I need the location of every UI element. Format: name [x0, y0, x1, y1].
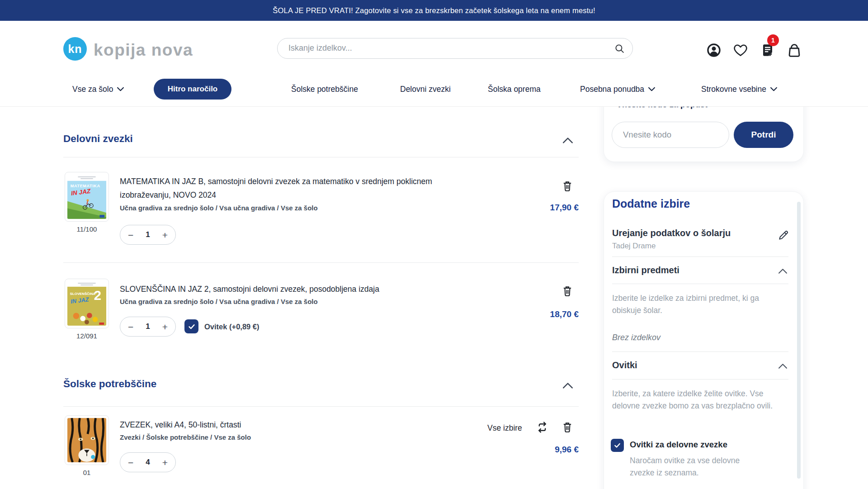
quantity-increase-button[interactable]: + [162, 230, 168, 240]
svg-text:SLOVENŠČINA: SLOVENŠČINA [70, 292, 96, 296]
book-cover-slovenscina-in-jaz-2: SLOVENŠČINA 2 IN JAZ [67, 281, 106, 326]
confirm-code-button[interactable]: Potrdi [734, 122, 793, 148]
nav-label: Šolske potrebščine [291, 85, 358, 94]
nav-label: Šolska oprema [488, 85, 541, 94]
quantity-decrease-button[interactable]: − [128, 458, 133, 467]
product-breadcrumb: Učna gradiva za srednjo šolo / Vsa učna … [120, 204, 318, 212]
wishlist-heart-icon[interactable] [733, 43, 748, 58]
nav-solske-potrebscine[interactable]: Šolske potrebščine [291, 83, 358, 95]
electives-description: Izberite le izdelke za izbirni predmet, … [612, 292, 778, 317]
discount-code-input[interactable] [612, 122, 729, 148]
student-name: Tadej Drame [612, 242, 656, 251]
search-bar [277, 38, 633, 59]
quantity-stepper: − 4 + [120, 452, 176, 472]
product-price: 17,90 € [497, 203, 579, 213]
all-options-link[interactable]: Vse izbire [487, 423, 522, 433]
svg-text:2: 2 [94, 288, 101, 303]
collapse-section-2-button[interactable] [561, 381, 574, 392]
product-title[interactable]: SLOVENŠČINA IN JAZ 2, samostojni delovni… [120, 282, 527, 296]
product-breadcrumb: Učna gradiva za srednjo šolo / Vsa učna … [120, 298, 318, 305]
collapse-electives-button[interactable] [777, 267, 788, 277]
cover-option-label[interactable]: Ovitek (+0,89 €) [204, 323, 259, 331]
quantity-increase-button[interactable]: + [162, 458, 168, 467]
quantity-value: 4 [146, 458, 150, 467]
trash-icon [561, 179, 574, 193]
nav-label: Strokovne vsebine [701, 85, 766, 94]
notebook-cover-tiger [67, 418, 106, 462]
orders-count-badge[interactable]: 1 [767, 34, 779, 46]
product-price: 9,96 € [497, 445, 579, 455]
cover-option-checkbox[interactable] [184, 319, 198, 333]
nav-posebna-ponudba[interactable]: Posebna ponudba [580, 83, 655, 95]
pencil-icon [777, 229, 790, 242]
electives-empty-label: Brez izdelkov [612, 333, 660, 342]
quantity-decrease-button[interactable]: − [128, 230, 133, 240]
divider [612, 284, 788, 284]
product-code: 12/091 [65, 332, 109, 340]
product-code: 01 [65, 469, 109, 476]
nav-strokovne-vsebine[interactable]: Strokovne vsebine [701, 83, 777, 95]
promo-banner: ŠOLA JE PRED VRATI! Zagotovite si vse za… [0, 0, 868, 21]
check-icon [613, 441, 622, 450]
collapse-section-1-button[interactable] [561, 136, 574, 147]
promo-banner-text: ŠOLA JE PRED VRATI! Zagotovite si vse za… [273, 6, 595, 15]
quantity-value: 1 [146, 322, 150, 331]
panel-scrollbar[interactable] [797, 202, 801, 479]
divider [612, 256, 788, 257]
chevron-up-icon [778, 363, 787, 369]
nav-label: Posebna ponudba [580, 85, 644, 94]
covers-description: Izberite, za katere izdelke želite ovitk… [612, 388, 781, 412]
covers-checkbox-label[interactable]: Ovitki za delovne zvezke [630, 440, 727, 450]
section-title-delovni-zvezki: Delovni zvezki [63, 133, 133, 145]
product-thumbnail[interactable]: SLOVENŠČINA 2 IN JAZ [65, 279, 109, 328]
collapse-covers-button[interactable] [777, 362, 788, 372]
nav-hitro-narocilo-button[interactable]: Hitro naročilo [154, 79, 231, 100]
quantity-value: 1 [146, 230, 150, 239]
search-input[interactable] [288, 38, 605, 58]
exchange-arrows-icon [536, 421, 549, 434]
cart-bag-icon[interactable] [787, 43, 802, 58]
chevron-up-icon [563, 382, 573, 389]
remove-item-button[interactable] [561, 179, 574, 194]
quantity-decrease-button[interactable]: − [128, 322, 133, 332]
product-title[interactable]: ZVEZEK, veliki A4, 50-listni, črtasti [120, 418, 527, 432]
chevron-down-icon [117, 87, 124, 91]
page: Delovni zvezki MATEMATIKA IN JAZ 11/100 … [0, 0, 868, 489]
nav-vse-za-solo[interactable]: Vse za šolo [72, 83, 124, 95]
account-icon[interactable] [706, 43, 722, 58]
covers-heading[interactable]: Ovitki [612, 360, 637, 370]
product-title[interactable]: MATEMATIKA IN JAZ B, samostojni delovni … [120, 175, 463, 202]
site-header: kn kopija nova 1 [0, 21, 868, 107]
nav-delovni-zvezki[interactable]: Delovni zvezki [400, 83, 451, 95]
product-thumbnail[interactable]: MATEMATIKA IN JAZ [65, 172, 109, 222]
chevron-down-icon [770, 87, 777, 91]
product-price: 18,70 € [497, 309, 579, 319]
divider [612, 379, 788, 380]
remove-item-button[interactable] [561, 420, 574, 435]
product-code: 11/100 [65, 225, 109, 233]
nav-label: Delovni zvezki [400, 85, 451, 94]
covers-for-workbooks-checkbox[interactable] [611, 439, 624, 452]
divider [612, 351, 788, 352]
chevron-down-icon [648, 87, 655, 91]
product-thumbnail[interactable] [65, 415, 109, 465]
swap-options-button[interactable] [535, 421, 549, 434]
quantity-stepper: − 1 + [120, 317, 176, 337]
additional-options-panel: Dodatne izbire Urejanje podatkov o šolar… [604, 191, 804, 489]
remove-item-button[interactable] [561, 284, 574, 299]
divider [63, 406, 579, 407]
edit-student-button[interactable] [777, 229, 790, 242]
electives-heading[interactable]: Izbirni predmeti [612, 265, 679, 275]
product-breadcrumb: Zvezki / Šolske potrebščine / Vse za šol… [120, 433, 251, 441]
quantity-increase-button[interactable]: + [162, 322, 168, 332]
svg-text:MATEMATIKA: MATEMATIKA [71, 184, 100, 188]
search-icon[interactable] [614, 43, 625, 54]
logo-badge[interactable]: kn [63, 37, 87, 61]
check-icon [187, 322, 196, 331]
book-cover-matematika-in-jaz: MATEMATIKA IN JAZ [67, 175, 106, 219]
covers-checkbox-note: Naročam ovitke za vse delovne zvezke iz … [630, 455, 748, 479]
logo-wordmark[interactable]: kopija nova [94, 41, 193, 60]
nav-solska-oprema[interactable]: Šolska oprema [488, 83, 541, 95]
divider [63, 262, 579, 263]
trash-icon [561, 284, 574, 298]
